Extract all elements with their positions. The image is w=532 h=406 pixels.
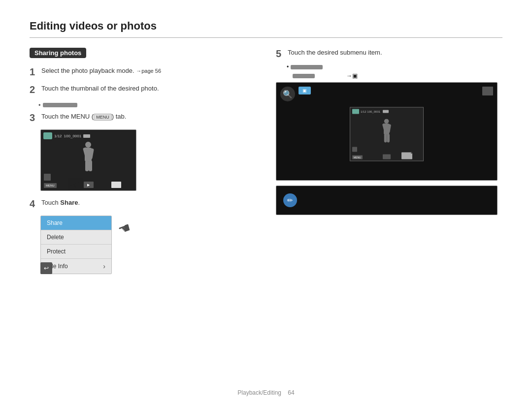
inner-battery (383, 110, 389, 113)
inner-grid-btn (352, 147, 357, 152)
search-icon-overlay: 🔍 (280, 87, 295, 101)
menu-item-protect[interactable]: Protect (41, 245, 111, 259)
camera-screen-large: 🔍 ▣ 1/12 100_0001 (276, 82, 498, 181)
step-5-text: Touch the desired submenu item. (288, 48, 382, 58)
inner-camera-screen: 1/12 100_0001 (350, 107, 424, 161)
inner-play-btn (383, 155, 391, 159)
hand-cursor-2: ☚ (116, 219, 133, 239)
section-badge: Sharing photos (30, 48, 86, 58)
play-btn-1: ▶ (84, 182, 94, 188)
menu-popup-wrap: Share Delete Protect File Info ↩ ☚ (40, 216, 136, 276)
section-divider (30, 37, 502, 38)
step-3: 3 Touch the MENU (MENU) tab. (30, 112, 256, 124)
pen-icon-circle: ✏ (283, 193, 297, 207)
inner-photo-info: 1/12 100_0001 (361, 110, 380, 113)
camera-screen-1: 1/12 100_0001 (40, 129, 136, 191)
svg-rect-10 (384, 133, 387, 142)
inner-top-bar: 1/12 100_0001 (350, 108, 423, 116)
footer-page: 64 (288, 389, 294, 396)
menu-btn-1: MENU (44, 183, 57, 188)
step-1-arrow: →page 56 (136, 68, 161, 74)
svg-point-6 (384, 119, 389, 124)
svg-rect-5 (89, 160, 92, 171)
hand-cursor-1: ☚ (68, 178, 83, 191)
step-2-num: 2 (30, 84, 38, 95)
step-5-bullet-wrap: • →▣ (287, 63, 502, 79)
right-column: 5 Touch the desired submenu item. • →▣ 🔍 (276, 48, 502, 276)
left-column: Sharing photos 1 Select the photo playba… (30, 48, 256, 276)
grid-btn-1 (44, 174, 51, 181)
step-1-text: Select the photo playback mode. →page 56 (41, 66, 161, 76)
inner-menu-btn: MENU (352, 156, 363, 159)
step-1-num: 1 (30, 66, 38, 78)
menu-popup-container: Share Delete Protect File Info ↩ ☚ (40, 216, 112, 274)
step-1: 1 Select the photo playback mode. →page … (30, 66, 256, 78)
back-btn[interactable]: ↩ (40, 262, 52, 274)
menu-key-label: MENU (94, 114, 112, 121)
bullet-dot-1: • (287, 63, 289, 70)
svg-rect-4 (85, 160, 89, 171)
search-icon: 🔍 (283, 90, 293, 99)
svg-rect-11 (387, 133, 390, 142)
blue-tab: ▣ (299, 87, 311, 94)
step-2: 2 Touch the thumbnail of the desired pho… (30, 84, 256, 95)
redacted-right-2 (293, 74, 315, 78)
step-4-num: 4 (30, 198, 38, 210)
step-4-bold: Share (60, 199, 78, 206)
step-5: 5 Touch the desired submenu item. (276, 48, 502, 60)
redacted-right-1 (291, 65, 323, 69)
inner-photo-icon (352, 109, 359, 114)
content-area: Sharing photos 1 Select the photo playba… (30, 48, 502, 276)
arrow-symbol-right: →▣ (346, 72, 358, 79)
white-rect-1 (111, 182, 121, 188)
photo-icon-1 (43, 132, 52, 139)
page-title: Editing videos or photos (30, 20, 502, 32)
step-5-bullet-2: →▣ (293, 72, 502, 79)
step-2-text: Touch the thumbnail of the desired photo… (41, 84, 159, 94)
footer-label: Playback/Editing (237, 389, 281, 396)
svg-point-0 (85, 142, 91, 148)
page-container: Editing videos or photos Sharing photos … (0, 0, 532, 406)
step-2-bullet (38, 101, 256, 109)
step-5-num: 5 (276, 48, 285, 60)
black-bar-right: ✏ (276, 186, 498, 215)
menu-item-share[interactable]: Share (41, 216, 111, 230)
page-footer: Playback/Editing 64 (0, 389, 532, 396)
step-4: 4 Touch Share. (30, 198, 256, 210)
step-3-num: 3 (30, 112, 38, 124)
inner-golfer-svg (380, 119, 394, 144)
play-icon-1: ▶ (87, 183, 90, 187)
inner-silhouette (350, 116, 423, 148)
redacted-1 (43, 103, 77, 107)
menu-item-delete[interactable]: Delete (41, 230, 111, 245)
step-3-text: Touch the MENU (MENU) tab. (41, 112, 126, 122)
pen-icon: ✏ (287, 196, 293, 204)
step-5-bullet-1: • (287, 63, 502, 70)
step-4-text: Touch Share. (41, 198, 80, 208)
small-grey-rect (482, 87, 493, 95)
golfer-svg-1 (80, 142, 97, 174)
silhouette-1 (61, 137, 116, 178)
